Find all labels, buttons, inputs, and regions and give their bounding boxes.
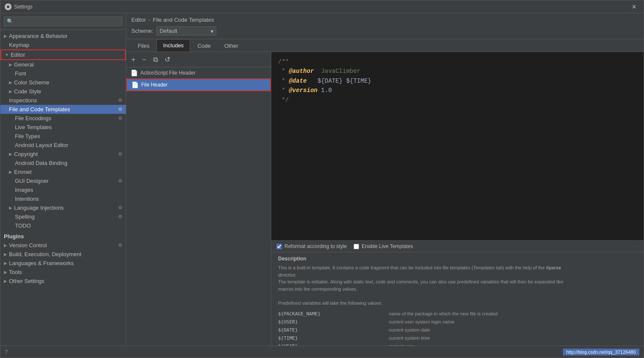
sidebar-item-color-scheme[interactable]: ▶ Color Scheme [0, 78, 126, 87]
arrow-icon: ▶ [4, 279, 7, 283]
sidebar-item-language-injections[interactable]: ▶ Language Injections ⚙ [0, 203, 126, 212]
title-bar-left: Settings [5, 3, 32, 10]
remove-template-button[interactable]: − [140, 55, 148, 64]
sidebar-item-label: Android Layout Editor [15, 142, 68, 148]
breadcrumb: Editor › File and Code Templates [131, 17, 638, 23]
sidebar-item-gui-designer[interactable]: GUI Designer ⚙ [0, 176, 126, 185]
bottom-bar: ? http://blog.csdn.net/qq_37126480 [0, 346, 644, 358]
sidebar-item-spelling[interactable]: Spelling ⚙ [0, 212, 126, 221]
sidebar-item-android-data-binding[interactable]: Android Data Binding [0, 159, 126, 167]
description-body: This is a built-in template. It contains… [278, 264, 637, 306]
sidebar-item-label: Color Scheme [14, 79, 49, 86]
code-editor[interactable]: /** * @author JavaClimber * @date ${DATE… [271, 52, 644, 240]
sidebar-item-label: Images [15, 187, 33, 193]
add-template-button[interactable]: + [130, 55, 137, 64]
sidebar-item-version-control[interactable]: ▶ Version Control ⚙ [0, 241, 126, 250]
sidebar-item-other-settings[interactable]: ▶ Other Settings [0, 277, 126, 286]
sidebar-item-appearance[interactable]: ▶ Appearance & Behavior [0, 32, 126, 40]
sidebar-item-file-types[interactable]: File Types [0, 132, 126, 141]
template-item-label: File Header [141, 82, 168, 88]
template-item-label: ActionScript File Header [140, 70, 195, 76]
sidebar-item-label: Intentions [15, 196, 39, 202]
badge-icon: ⚙ [118, 107, 122, 112]
sidebar-item-label: File Types [15, 133, 40, 139]
sidebar-item-label: TODO [15, 222, 31, 229]
reformat-checkbox[interactable] [276, 244, 282, 249]
sidebar-item-label: Version Control [9, 242, 47, 248]
template-area: + − ⧉ ↺ 📄 ActionScript File Header 📄 Fil… [126, 52, 644, 346]
live-templates-checkbox-row: Enable Live Templates [354, 243, 413, 249]
scheme-select[interactable]: Default [157, 26, 216, 35]
settings-icon [5, 3, 12, 10]
close-button[interactable]: ✕ [629, 3, 639, 11]
resize-handle: ⋯ [634, 244, 638, 249]
sidebar-item-label: Code Style [14, 88, 41, 95]
code-line-4: * @version 1.0 [278, 86, 637, 95]
sidebar-item-images[interactable]: Images [0, 185, 126, 194]
badge-icon: ⚙ [118, 205, 122, 211]
code-editor-panel: /** * @author JavaClimber * @date ${DATE… [271, 52, 644, 346]
copy-template-button[interactable]: ⧉ [151, 55, 160, 64]
sidebar-item-file-encodings[interactable]: File Encodings ⚙ [0, 114, 126, 123]
template-item-file-header[interactable]: 📄 File Header [126, 78, 271, 91]
sidebar-item-editor[interactable]: ▼ Editor [0, 49, 126, 60]
live-templates-checkbox[interactable] [354, 244, 359, 249]
sidebar-item-font[interactable]: Font [0, 69, 126, 78]
sidebar-item-keymap[interactable]: Keymap [0, 40, 126, 49]
arrow-icon: ▶ [4, 261, 7, 266]
sidebar-item-file-code-templates[interactable]: File and Code Templates ⚙ [0, 105, 126, 114]
var-desc: name of the package in which the new fil… [389, 310, 637, 318]
title-bar: Settings ✕ [0, 0, 644, 13]
sidebar-item-live-templates[interactable]: Live Templates [0, 123, 126, 132]
sidebar-item-general[interactable]: ▶ General [0, 60, 126, 69]
external-link[interactable]: http://blog.csdn.net/qq_37126480 [563, 349, 639, 355]
scheme-select-wrapper[interactable]: Default [157, 26, 216, 35]
sidebar-item-label: Keymap [9, 42, 29, 48]
sidebar-item-plugins[interactable]: Plugins [0, 232, 126, 241]
sidebar-item-code-style[interactable]: ▶ Code Style [0, 87, 126, 96]
sidebar-item-label: Editor [11, 52, 25, 58]
sidebar-item-label: Font [15, 70, 26, 77]
editor-footer: Reformat according to style Enable Live … [271, 240, 644, 252]
arrow-icon: ▶ [9, 170, 12, 174]
help-button[interactable]: ? [5, 349, 8, 355]
tab-files[interactable]: Files [131, 40, 156, 52]
main-content: ▶ Appearance & Behavior Keymap ▼ Editor … [0, 13, 644, 346]
sidebar-item-label: Android Data Binding [15, 160, 67, 166]
reformat-checkbox-row: Reformat according to style [276, 243, 347, 249]
sidebar-item-label: Copyright [14, 151, 38, 157]
live-templates-label: Enable Live Templates [362, 243, 413, 249]
var-name: ${TIME} [278, 334, 389, 342]
var-desc: current year [389, 342, 637, 346]
sidebar-item-label: Spelling [15, 214, 35, 220]
tab-includes[interactable]: Includes [157, 39, 190, 52]
sidebar-item-emmet[interactable]: ▶ Emmet [0, 167, 126, 176]
right-panel: Editor › File and Code Templates Scheme:… [126, 13, 644, 346]
scheme-row: Scheme: Default [131, 26, 638, 35]
search-input[interactable] [4, 17, 122, 26]
sidebar-item-intentions[interactable]: Intentions [0, 194, 126, 203]
sidebar-item-todo[interactable]: TODO [0, 221, 126, 230]
tab-other[interactable]: Other [218, 40, 245, 52]
var-name: ${DATE} [278, 326, 389, 334]
description-title: Description [278, 256, 637, 262]
file-icon: 📄 [131, 69, 138, 76]
badge-icon: ⚙ [118, 98, 122, 103]
tab-code[interactable]: Code [191, 40, 217, 52]
template-item-actionscript[interactable]: 📄 ActionScript File Header [126, 67, 271, 78]
arrow-icon: ▶ [4, 34, 7, 38]
sidebar-item-build-execution-deployment[interactable]: ▶ Build, Execution, Deployment [0, 250, 126, 259]
sidebar-item-tools[interactable]: ▶ Tools [0, 268, 126, 277]
description-panel: Description This is a built-in template.… [271, 252, 644, 346]
sidebar-item-label: Tools [9, 269, 22, 275]
arrow-icon: ▶ [4, 270, 7, 274]
sidebar-item-android-layout-editor[interactable]: Android Layout Editor [0, 141, 126, 150]
sidebar-item-languages-frameworks[interactable]: ▶ Languages & Frameworks [0, 259, 126, 268]
var-desc: current system time [389, 334, 637, 342]
sidebar-item-copyright[interactable]: ▶ Copyright ⚙ [0, 150, 126, 159]
sidebar-item-inspections[interactable]: Inspections ⚙ [0, 96, 126, 105]
sidebar-item-label: Inspections [9, 97, 37, 104]
arrow-icon: ▶ [4, 252, 7, 257]
sidebar-item-label: Other Settings [9, 278, 44, 284]
reset-template-button[interactable]: ↺ [163, 55, 172, 64]
